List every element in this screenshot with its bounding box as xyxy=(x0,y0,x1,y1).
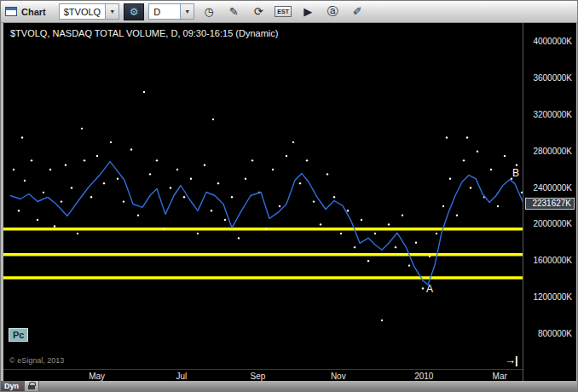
scatter-dot xyxy=(466,136,468,138)
scatter-dot xyxy=(238,237,240,239)
scatter-dot xyxy=(504,155,506,157)
scatter-dot xyxy=(18,210,20,211)
scatter-dot xyxy=(54,225,55,227)
scatter-dot xyxy=(340,233,342,234)
scatter-dot xyxy=(81,128,83,130)
scatter-dot xyxy=(13,169,14,170)
scatter-dot xyxy=(463,159,465,161)
time-template-button[interactable]: ◷ xyxy=(199,3,219,20)
scatter-dot xyxy=(456,214,458,216)
scatter-dot xyxy=(292,141,294,143)
scatter-dot xyxy=(497,205,499,207)
status-bar: Dyn xyxy=(1,381,577,391)
price-axis-label: 3200000K xyxy=(533,110,572,119)
annotation-label[interactable]: B xyxy=(512,167,519,179)
time-axis-label: Jul xyxy=(163,372,200,381)
scatter-dot xyxy=(381,320,383,321)
scatter-dot xyxy=(130,148,132,150)
scatter-dot xyxy=(286,155,287,157)
time-axis-label: Mar xyxy=(481,372,518,381)
symbol-value[interactable]: $TVOLQ xyxy=(60,7,105,17)
replay-button[interactable]: ▶ xyxy=(298,3,318,20)
scatter-dot xyxy=(224,219,226,221)
scatter-dot xyxy=(217,182,219,184)
price-axis[interactable]: 2231627K 4000000K3600000K3200000K2800000… xyxy=(523,23,576,383)
scatter-dot xyxy=(110,141,112,143)
scatter-dot xyxy=(265,228,267,230)
scatter-dot xyxy=(183,196,185,198)
scatter-dot xyxy=(313,200,315,202)
price-axis-label: 800000K xyxy=(538,329,572,338)
gear-icon: ⚙ xyxy=(130,6,139,18)
scatter-dot xyxy=(163,228,165,230)
refresh-button[interactable]: ⟳ xyxy=(248,3,269,20)
annotation-label[interactable]: A xyxy=(426,283,433,295)
chart-settings-button[interactable]: ⚙ xyxy=(124,3,144,20)
scatter-dot xyxy=(170,187,171,188)
chevron-down-icon[interactable]: ▾ xyxy=(105,4,118,19)
scatter-dot xyxy=(299,182,301,184)
scatter-dot xyxy=(77,233,78,234)
scatter-dot xyxy=(123,200,124,202)
scatter-dot xyxy=(354,246,355,248)
scatter-dot xyxy=(327,173,328,175)
scatter-dot xyxy=(279,205,280,207)
scatter-dot xyxy=(24,180,26,182)
scatter-dot xyxy=(333,196,335,198)
timezone-button[interactable]: EST xyxy=(273,3,293,20)
scatter-dot xyxy=(137,214,139,216)
go-to-end-icon[interactable]: →| xyxy=(505,354,517,366)
price-axis-label: 1200000K xyxy=(533,292,572,302)
scatter-dot xyxy=(61,200,62,202)
scatter-dot xyxy=(96,155,98,157)
time-axis-label: 2010 xyxy=(405,372,442,381)
scatter-dot xyxy=(84,159,85,161)
scatter-dot xyxy=(470,187,471,188)
time-axis-label: Sep xyxy=(239,372,276,381)
symbol-combobox[interactable]: $TVOLQ ▾ xyxy=(59,3,119,20)
circled-a-icon: ⓐ xyxy=(327,4,338,20)
scatter-dot xyxy=(415,242,417,244)
interval-combobox[interactable]: D ▾ xyxy=(148,3,194,20)
dynamic-session-label[interactable]: Dyn xyxy=(1,381,24,391)
scatter-dot xyxy=(442,205,444,207)
scatter-dot xyxy=(306,159,308,161)
scatter-dot xyxy=(490,169,492,170)
scatter-dot xyxy=(388,223,390,225)
auto-scale-button[interactable]: ⓐ xyxy=(322,3,343,20)
scatter-dot xyxy=(422,287,424,289)
scatter-dot xyxy=(320,223,321,225)
scatter-dot xyxy=(429,256,431,257)
interval-value[interactable]: D xyxy=(149,7,180,17)
scatter-dot xyxy=(204,164,205,166)
plot-canvas[interactable]: AB xyxy=(3,23,523,369)
scatter-dot xyxy=(361,219,362,221)
chevron-down-icon[interactable]: ▾ xyxy=(180,4,194,19)
price-axis-label: 2800000K xyxy=(533,147,572,156)
scatter-dot xyxy=(449,178,451,180)
scatter-dot xyxy=(211,210,212,211)
scale-lock-button[interactable] xyxy=(24,381,39,391)
scatter-dot xyxy=(103,182,105,184)
pc-indicator-badge[interactable]: Pc xyxy=(9,328,28,342)
scatter-dot xyxy=(190,178,192,180)
price-axis-label: 2000000K xyxy=(533,219,572,228)
scatter-dot xyxy=(402,214,403,216)
scatter-dot xyxy=(117,178,118,180)
draw-tool-button[interactable]: ✎ xyxy=(223,3,244,20)
scatter-dot xyxy=(21,136,23,138)
chart-region: AB $TVOLQ, NASDAQ TOTAL VOLUME, D, 09:30… xyxy=(3,23,575,381)
chart-window: Chart $TVOLQ ▾ ⚙ D ▾ ◷ ✎ ⟳ EST ▶ ⓐ xyxy=(0,0,578,392)
scatter-dot xyxy=(367,260,369,262)
scatter-dot xyxy=(49,169,51,170)
price-axis-label: 1600000K xyxy=(533,256,572,265)
scatter-dot xyxy=(43,192,44,193)
est-badge-icon: EST xyxy=(275,6,292,17)
toolbar: Chart $TVOLQ ▾ ⚙ D ▾ ◷ ✎ ⟳ EST ▶ ⓐ xyxy=(1,1,577,23)
current-value-badge: 2231627K xyxy=(525,198,575,210)
lock-icon xyxy=(28,385,35,389)
pointer-tool-button[interactable]: ✐ xyxy=(347,3,367,20)
pencil-icon: ✎ xyxy=(229,5,239,18)
scatter-dot xyxy=(272,169,274,170)
refresh-icon: ⟳ xyxy=(254,5,263,18)
